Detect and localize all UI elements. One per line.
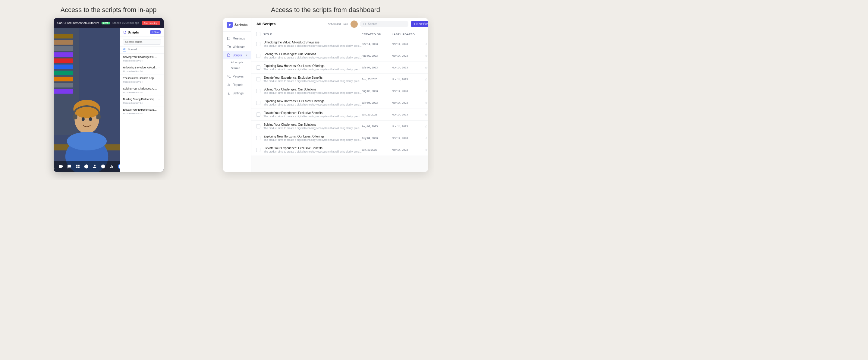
analytics-button[interactable] [110, 164, 114, 169]
script-list-item[interactable]: Unlocking the Value: A Product Showcase … [120, 64, 164, 75]
row-star-icon[interactable]: ☆ [424, 113, 428, 117]
settings-label: Settings [233, 92, 244, 95]
script-list-item[interactable]: The Customer-Centric Approach to... ⋯ Up… [120, 75, 164, 85]
nav-meetings[interactable]: Meetings [223, 34, 251, 42]
app-titlebar: SaaS Procurement on Autopilot LIVE Start… [54, 18, 164, 28]
scripts-active-button[interactable] [118, 164, 120, 169]
scripts-tabs: All Starred [120, 47, 164, 54]
mute-button[interactable] [54, 164, 55, 169]
row-star-icon[interactable]: ☆ [424, 101, 428, 105]
tab-all[interactable]: All [123, 48, 126, 52]
nav-starred[interactable]: Starred [231, 65, 251, 71]
users-icon [227, 74, 231, 79]
table-row[interactable]: Exploring New Horizons: Our Latest Offer… [251, 132, 428, 144]
table-row[interactable]: Elevate Your Experience: Exclusive Benef… [251, 109, 428, 121]
svg-rect-8 [54, 70, 73, 75]
calendar-icon [227, 36, 231, 40]
script-item-date: Updated on Nov 14 [123, 70, 161, 73]
row-check-col [256, 113, 264, 117]
new-script-small-button[interactable]: + New [150, 30, 161, 34]
script-list-item[interactable]: Elevate Your Experience: Exclusive Be...… [120, 107, 164, 117]
row-star-icon[interactable]: ☆ [424, 54, 428, 58]
row-checkbox[interactable] [256, 42, 260, 46]
emoji-button[interactable] [101, 164, 105, 169]
chat-button[interactable] [67, 164, 71, 169]
svg-point-18 [89, 117, 92, 121]
script-more-icon[interactable]: ⋯ [158, 77, 161, 80]
row-updated: Nov 14, 2023 [392, 90, 422, 93]
script-list-item[interactable]: Building Strong Partnerships: Let's Col.… [120, 96, 164, 107]
script-list-item[interactable]: Solving Your Challenges: Our Solutions ⋯… [120, 85, 164, 96]
svg-rect-6 [54, 59, 73, 63]
row-star-icon[interactable]: ☆ [424, 77, 428, 82]
row-checkbox[interactable] [256, 77, 260, 82]
row-checkbox[interactable] [256, 101, 260, 105]
row-check-col [256, 148, 264, 152]
table-row[interactable]: Solving Your Challenges: Our Solutions T… [251, 85, 428, 97]
nav-all-scripts[interactable]: All scripts [231, 59, 251, 65]
row-checkbox[interactable] [256, 65, 260, 70]
scripts-panel-title: Scripts [123, 30, 139, 34]
table-row[interactable]: Exploring New Horizons: Our Latest Offer… [251, 62, 428, 73]
row-star-icon[interactable]: ☆ [424, 65, 428, 70]
row-checkbox[interactable] [256, 54, 260, 58]
chart-icon [227, 83, 231, 87]
svg-rect-11 [54, 89, 73, 93]
svg-rect-2 [54, 34, 73, 38]
row-checkbox[interactable] [256, 89, 260, 93]
row-star-icon[interactable]: ☆ [424, 124, 428, 128]
svg-rect-26 [76, 165, 77, 166]
app-content: Scripts + New All Starred Solving Your C… [54, 28, 164, 172]
row-star-icon[interactable]: ☆ [424, 89, 428, 93]
svg-rect-4 [54, 46, 73, 51]
row-checkbox[interactable] [256, 148, 260, 152]
svg-rect-9 [54, 77, 73, 82]
new-script-button[interactable]: + New Script [411, 21, 428, 27]
nav-reports[interactable]: Reports [223, 81, 251, 89]
row-star-icon[interactable]: ☆ [424, 136, 428, 140]
dash-search-box[interactable]: Search [360, 21, 408, 27]
nav-peoples[interactable]: Peoples [223, 72, 251, 81]
row-title: Exploring New Horizons: Our Latest Offer… [264, 135, 361, 138]
row-actions: ☆ ⋯ [422, 124, 428, 128]
camera-button[interactable] [59, 164, 63, 169]
script-list-item[interactable]: Solving Your Challenges: Our Solutions ⋯… [120, 54, 164, 64]
table-row[interactable]: Elevate Your Experience: Exclusive Benef… [251, 144, 428, 156]
row-star-icon[interactable]: ☆ [424, 42, 428, 46]
webinars-label: Webinars [233, 45, 245, 49]
script-more-icon[interactable]: ⋯ [158, 108, 161, 112]
end-meeting-button[interactable]: End meeting [142, 21, 160, 25]
row-star-icon[interactable]: ☆ [424, 148, 428, 152]
tab-starred[interactable]: Starred [128, 48, 137, 52]
table-row[interactable]: Solving Your Challenges: Our Solutions T… [251, 50, 428, 62]
script-item-date: Updated on Nov 14 [123, 91, 161, 94]
script-more-icon[interactable]: ⋯ [158, 66, 161, 69]
row-desc: The product aims to create a digital tec… [264, 127, 361, 130]
row-desc: The product aims to create a digital tec… [264, 139, 361, 142]
table-row[interactable]: Unlocking the Value: A Product Showcase … [251, 38, 428, 50]
scripts-list: Solving Your Challenges: Our Solutions ⋯… [120, 54, 164, 172]
row-title: Solving Your Challenges: Our Solutions [264, 88, 361, 91]
row-checkbox[interactable] [256, 124, 260, 128]
table-row[interactable]: Solving Your Challenges: Our Solutions T… [251, 121, 428, 132]
settings-button[interactable] [84, 164, 88, 169]
grid-button[interactable] [76, 164, 80, 169]
person-button[interactable] [93, 164, 97, 169]
row-checkbox[interactable] [256, 136, 260, 140]
script-more-icon[interactable]: ⋯ [158, 56, 161, 59]
table-row[interactable]: Exploring New Horizons: Our Latest Offer… [251, 97, 428, 109]
nav-webinars[interactable]: Webinars [223, 42, 251, 51]
row-created: Aug 02, 2023 [362, 125, 392, 128]
scripts-search-input[interactable] [123, 39, 161, 44]
row-checkbox[interactable] [256, 113, 260, 117]
row-check-col [256, 136, 264, 140]
nav-scripts[interactable]: Scripts ▾ [223, 51, 251, 59]
script-more-icon[interactable]: ⋯ [158, 98, 161, 101]
svg-rect-3 [54, 40, 73, 44]
table-row[interactable]: Elevate Your Experience: Exclusive Benef… [251, 73, 428, 85]
select-all-checkbox[interactable] [256, 32, 260, 36]
right-half: Access to the scripts from dashboard Scr… [217, 0, 434, 180]
script-more-icon[interactable]: ⋯ [158, 87, 161, 90]
nav-settings[interactable]: Settings [223, 89, 251, 97]
row-updated: Nov 14, 2023 [392, 148, 422, 151]
